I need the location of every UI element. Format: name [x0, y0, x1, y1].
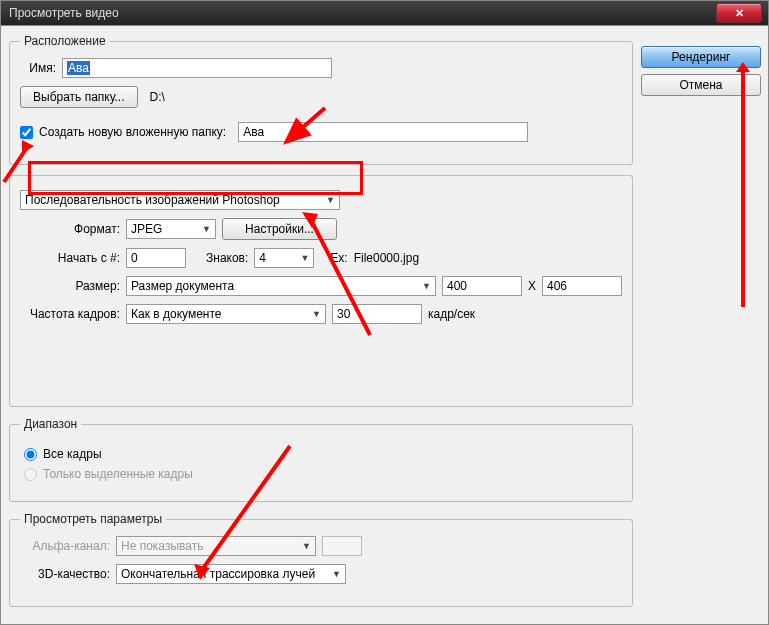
sequence-type-select[interactable]: Последовательность изображений Photoshop… [20, 190, 340, 210]
framerate-mode-select[interactable]: Как в документе ▼ [126, 304, 326, 324]
example-value: File0000.jpg [354, 251, 419, 265]
start-label: Начать с #: [30, 251, 120, 265]
chevron-down-icon: ▼ [301, 541, 311, 551]
range-group: Диапазон Все кадры Только выделенные кад… [9, 417, 633, 502]
start-input[interactable] [126, 248, 186, 268]
location-legend: Расположение [20, 34, 110, 48]
subfolder-input[interactable] [238, 122, 528, 142]
digits-select[interactable]: 4 ▼ [254, 248, 314, 268]
render-button[interactable]: Рендеринг [641, 46, 761, 68]
alpha-label: Альфа-канал: [20, 539, 110, 553]
x-label: X [528, 279, 536, 293]
folder-path: D:\ [150, 90, 165, 104]
range-selected-label: Только выделенные кадры [43, 467, 193, 481]
chevron-down-icon: ▼ [331, 569, 341, 579]
alpha-select: Не показывать ▼ [116, 536, 316, 556]
chevron-down-icon: ▼ [421, 281, 431, 291]
format-label: Формат: [30, 222, 120, 236]
chevron-down-icon: ▼ [325, 195, 335, 205]
framerate-label: Частота кадров: [20, 307, 120, 321]
alpha-preview-box [322, 536, 362, 556]
name-input[interactable]: Ава [62, 58, 332, 78]
chevron-down-icon: ▼ [201, 224, 211, 234]
quality-select[interactable]: Окончательная трассировка лучей ▼ [116, 564, 346, 584]
window-title: Просмотреть видео [9, 6, 119, 20]
chevron-down-icon: ▼ [311, 309, 321, 319]
range-legend: Диапазон [20, 417, 81, 431]
preview-group: Просмотреть параметры Альфа-канал: Не по… [9, 512, 633, 607]
sequence-group: Последовательность изображений Photoshop… [9, 175, 633, 407]
framerate-unit: кадр/сек [428, 307, 475, 321]
create-subfolder-checkbox[interactable] [20, 126, 33, 139]
dialog-content: Расположение Имя: Ава Выбрать папку... D… [0, 26, 769, 625]
chevron-down-icon: ▼ [299, 253, 309, 263]
width-input[interactable] [442, 276, 522, 296]
preview-legend: Просмотреть параметры [20, 512, 166, 526]
close-icon: ✕ [735, 7, 744, 20]
framerate-input[interactable] [332, 304, 422, 324]
size-select[interactable]: Размер документа ▼ [126, 276, 436, 296]
create-subfolder-label: Создать новую вложенную папку: [39, 125, 226, 139]
name-label: Имя: [20, 61, 56, 75]
settings-button[interactable]: Настройки... [222, 218, 337, 240]
close-button[interactable]: ✕ [716, 3, 762, 23]
example-label: Ex: [330, 251, 347, 265]
location-group: Расположение Имя: Ава Выбрать папку... D… [9, 34, 633, 165]
choose-folder-button[interactable]: Выбрать папку... [20, 86, 138, 108]
range-all-label: Все кадры [43, 447, 102, 461]
digits-label: Знаков: [206, 251, 248, 265]
size-label: Размер: [30, 279, 120, 293]
titlebar: Просмотреть видео ✕ [0, 0, 769, 26]
quality-label: 3D-качество: [20, 567, 110, 581]
range-selected-radio [24, 468, 37, 481]
range-all-radio[interactable] [24, 448, 37, 461]
cancel-button[interactable]: Отмена [641, 74, 761, 96]
format-select[interactable]: JPEG ▼ [126, 219, 216, 239]
height-input[interactable] [542, 276, 622, 296]
